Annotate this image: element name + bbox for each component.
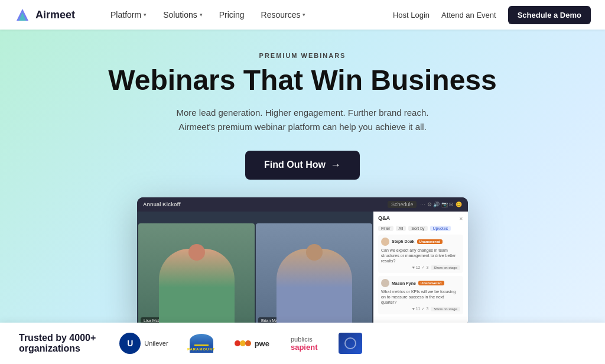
trusted-bar: Trusted by 4000+ organizations U Unileve…: [0, 323, 605, 364]
show-on-stage-btn-2[interactable]: Show on stage: [431, 307, 460, 311]
schedule-demo-button[interactable]: Schedule a Demo: [508, 6, 591, 24]
last-brand-logo: [339, 333, 362, 354]
solutions-chevron-icon: ▾: [200, 12, 203, 18]
qa-avatar-2: [381, 279, 389, 287]
nav-links: Platform ▾ Solutions ▾ Pricing Resources…: [110, 10, 305, 20]
attend-event-link[interactable]: Attend an Event: [441, 11, 496, 20]
hero-subtitle: More lead generation. Higher engagement.…: [177, 106, 429, 134]
person-2-body: [276, 249, 352, 326]
mockup-schedule-btn: Schedule: [388, 201, 417, 208]
hero-section: PREMIUM WEBINARS Webinars That Win Busin…: [0, 30, 605, 364]
nav-solutions[interactable]: Solutions ▾: [163, 10, 203, 20]
trusted-logos: U Unilever PARAMOUNT pwe: [119, 333, 362, 354]
platform-chevron-icon: ▾: [144, 12, 147, 18]
person-1-body: [158, 249, 234, 326]
nav-pricing[interactable]: Pricing: [219, 10, 245, 20]
mockup-container: Annual Kickoff Schedule ⋯ ⚙ 🔊 📷 ✉ 😊 ◀ LI…: [137, 197, 468, 327]
logo[interactable]: Airmeet: [14, 6, 75, 23]
hero-title: Webinars That Win Business: [108, 65, 496, 96]
trusted-count-line2: organizations: [19, 343, 96, 354]
show-on-stage-btn-1[interactable]: Show on stage: [431, 265, 460, 270]
trusted-text: Trusted by 4000+ organizations: [19, 333, 96, 354]
nav-right: Host Login Attend an Event Schedule a De…: [393, 6, 591, 24]
navbar: Airmeet Platform ▾ Solutions ▾ Pricing R…: [0, 0, 605, 30]
nav-resources[interactable]: Resources ▾: [261, 10, 306, 20]
qa-item-1: Steph Doak Unanswered Can we expect any …: [378, 235, 463, 273]
nav-platform[interactable]: Platform ▾: [110, 10, 147, 20]
logo-icon: [14, 6, 31, 23]
host-login-link[interactable]: Host Login: [393, 11, 430, 20]
publicis-sapient-logo: publicis sapient: [291, 336, 318, 352]
trusted-count-line1: Trusted by 4000+: [19, 333, 96, 343]
product-mockup: Annual Kickoff Schedule ⋯ ⚙ 🔊 📷 ✉ 😊 ◀ LI…: [137, 197, 468, 327]
person-2-head: [306, 244, 323, 261]
mockup-qa-panel: Q&A ✕ Filter All Sort by Upvotes Steph D…: [373, 212, 468, 327]
qa-filters: Filter All Sort by Upvotes: [378, 226, 463, 231]
paramount-logo: PARAMOUNT: [190, 334, 213, 353]
qa-avatar-1: [381, 238, 389, 246]
hero-cta-button[interactable]: Find Out How →: [245, 151, 360, 180]
cta-arrow-icon: →: [330, 159, 341, 171]
qa-panel-title: Q&A: [378, 215, 390, 221]
mockup-video-area: Lisa McLean Brian Martin: [137, 212, 373, 327]
video-slot-2: Brian Martin: [256, 223, 372, 326]
qa-item-2: Mason Pyne Unanswered What metrics or KP…: [378, 276, 463, 314]
resources-chevron-icon: ▾: [302, 12, 305, 18]
video-slot-1: Lisa McLean: [138, 223, 255, 326]
logo-text: Airmeet: [35, 9, 75, 21]
mockup-topbar: Annual Kickoff Schedule ⋯ ⚙ 🔊 📷 ✉ 😊: [137, 197, 468, 212]
pwc-logo: pwe: [235, 339, 269, 348]
unilever-logo: U Unilever: [119, 333, 168, 354]
hero-badge: PREMIUM WEBINARS: [259, 52, 346, 59]
person-1-head: [188, 244, 205, 261]
